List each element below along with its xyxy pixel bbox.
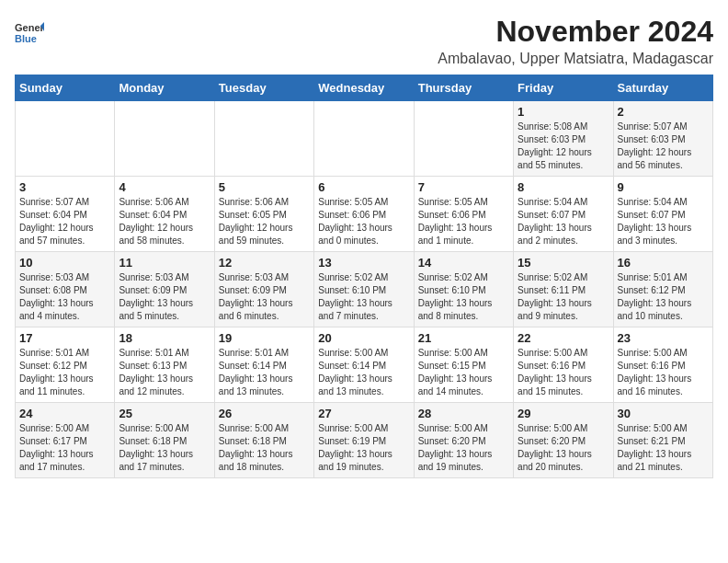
- day-info: Sunrise: 5:00 AM Sunset: 6:15 PM Dayligh…: [418, 347, 509, 398]
- calendar-cell: 25Sunrise: 5:00 AM Sunset: 6:18 PM Dayli…: [115, 403, 214, 478]
- day-info: Sunrise: 5:01 AM Sunset: 6:13 PM Dayligh…: [119, 347, 210, 398]
- calendar-cell: 6Sunrise: 5:05 AM Sunset: 6:06 PM Daylig…: [314, 177, 414, 252]
- calendar-cell: 14Sunrise: 5:02 AM Sunset: 6:10 PM Dayli…: [414, 252, 513, 327]
- day-info: Sunrise: 5:00 AM Sunset: 6:21 PM Dayligh…: [618, 422, 709, 474]
- day-info: Sunrise: 5:03 AM Sunset: 6:09 PM Dayligh…: [119, 271, 210, 323]
- day-number: 12: [219, 256, 310, 270]
- calendar-cell: [314, 101, 414, 177]
- weekday-header-wednesday: Wednesday: [314, 75, 414, 101]
- calendar-week-row: 10Sunrise: 5:03 AM Sunset: 6:08 PM Dayli…: [16, 252, 713, 327]
- day-number: 5: [219, 180, 310, 194]
- calendar-week-row: 17Sunrise: 5:01 AM Sunset: 6:12 PM Dayli…: [16, 327, 713, 403]
- calendar-cell: [16, 101, 115, 177]
- day-info: Sunrise: 5:06 AM Sunset: 6:04 PM Dayligh…: [119, 196, 210, 247]
- day-number: 8: [518, 180, 609, 194]
- calendar-cell: 15Sunrise: 5:02 AM Sunset: 6:11 PM Dayli…: [514, 252, 613, 327]
- calendar-cell: 7Sunrise: 5:05 AM Sunset: 6:06 PM Daylig…: [414, 177, 513, 252]
- day-number: 25: [119, 407, 210, 420]
- calendar-week-row: 3Sunrise: 5:07 AM Sunset: 6:04 PM Daylig…: [16, 177, 713, 252]
- weekday-header-monday: Monday: [115, 75, 214, 101]
- day-number: 15: [518, 256, 609, 270]
- calendar-cell: 10Sunrise: 5:03 AM Sunset: 6:08 PM Dayli…: [16, 252, 115, 327]
- day-number: 24: [19, 407, 110, 420]
- svg-text:General: General: [15, 22, 44, 33]
- calendar-week-row: 1Sunrise: 5:08 AM Sunset: 6:03 PM Daylig…: [16, 101, 713, 177]
- day-info: Sunrise: 5:05 AM Sunset: 6:06 PM Dayligh…: [418, 196, 509, 247]
- calendar-cell: 28Sunrise: 5:00 AM Sunset: 6:20 PM Dayli…: [414, 403, 513, 478]
- day-info: Sunrise: 5:06 AM Sunset: 6:05 PM Dayligh…: [219, 196, 310, 247]
- day-number: 19: [219, 331, 310, 345]
- day-info: Sunrise: 5:00 AM Sunset: 6:16 PM Dayligh…: [518, 347, 609, 398]
- day-number: 23: [618, 331, 709, 345]
- day-info: Sunrise: 5:01 AM Sunset: 6:12 PM Dayligh…: [19, 347, 110, 398]
- day-info: Sunrise: 5:00 AM Sunset: 6:14 PM Dayligh…: [318, 347, 409, 398]
- calendar-week-row: 24Sunrise: 5:00 AM Sunset: 6:17 PM Dayli…: [16, 403, 713, 478]
- calendar-cell: 26Sunrise: 5:00 AM Sunset: 6:18 PM Dayli…: [214, 403, 313, 478]
- day-info: Sunrise: 5:07 AM Sunset: 6:04 PM Dayligh…: [19, 196, 110, 247]
- calendar-cell: 2Sunrise: 5:07 AM Sunset: 6:03 PM Daylig…: [613, 101, 712, 177]
- day-number: 3: [19, 180, 110, 194]
- day-info: Sunrise: 5:01 AM Sunset: 6:14 PM Dayligh…: [219, 347, 310, 398]
- weekday-header-row: SundayMondayTuesdayWednesdayThursdayFrid…: [16, 75, 713, 101]
- calendar-cell: 1Sunrise: 5:08 AM Sunset: 6:03 PM Daylig…: [514, 101, 613, 177]
- day-number: 11: [119, 256, 210, 270]
- location-title: Ambalavao, Upper Matsiatra, Madagascar: [438, 51, 713, 67]
- day-info: Sunrise: 5:03 AM Sunset: 6:08 PM Dayligh…: [19, 271, 110, 323]
- day-number: 10: [19, 256, 110, 270]
- day-info: Sunrise: 5:02 AM Sunset: 6:11 PM Dayligh…: [518, 271, 609, 323]
- calendar-cell: 19Sunrise: 5:01 AM Sunset: 6:14 PM Dayli…: [214, 327, 313, 403]
- calendar-cell: 17Sunrise: 5:01 AM Sunset: 6:12 PM Dayli…: [16, 327, 115, 403]
- header: General Blue November 2024 Ambalavao, Up…: [15, 15, 713, 67]
- day-number: 27: [318, 407, 409, 420]
- day-info: Sunrise: 5:04 AM Sunset: 6:07 PM Dayligh…: [518, 196, 609, 247]
- day-info: Sunrise: 5:00 AM Sunset: 6:18 PM Dayligh…: [119, 422, 210, 474]
- calendar-cell: [414, 101, 513, 177]
- calendar-header: SundayMondayTuesdayWednesdayThursdayFrid…: [16, 75, 713, 101]
- day-number: 6: [318, 180, 409, 194]
- calendar-cell: 3Sunrise: 5:07 AM Sunset: 6:04 PM Daylig…: [16, 177, 115, 252]
- calendar-cell: 24Sunrise: 5:00 AM Sunset: 6:17 PM Dayli…: [16, 403, 115, 478]
- calendar-cell: 27Sunrise: 5:00 AM Sunset: 6:19 PM Dayli…: [314, 403, 414, 478]
- day-number: 28: [418, 407, 509, 420]
- day-number: 9: [618, 180, 709, 194]
- day-number: 13: [318, 256, 409, 270]
- day-number: 18: [119, 331, 210, 345]
- svg-text:Blue: Blue: [15, 33, 37, 44]
- calendar-cell: [115, 101, 214, 177]
- calendar-cell: 18Sunrise: 5:01 AM Sunset: 6:13 PM Dayli…: [115, 327, 214, 403]
- day-info: Sunrise: 5:00 AM Sunset: 6:17 PM Dayligh…: [19, 422, 110, 474]
- day-number: 22: [518, 331, 609, 345]
- logo: General Blue: [15, 18, 48, 48]
- day-number: 1: [518, 105, 609, 119]
- calendar-cell: 11Sunrise: 5:03 AM Sunset: 6:09 PM Dayli…: [115, 252, 214, 327]
- title-area: November 2024 Ambalavao, Upper Matsiatra…: [438, 15, 713, 67]
- day-info: Sunrise: 5:00 AM Sunset: 6:16 PM Dayligh…: [618, 347, 709, 398]
- calendar-cell: 29Sunrise: 5:00 AM Sunset: 6:20 PM Dayli…: [514, 403, 613, 478]
- day-info: Sunrise: 5:00 AM Sunset: 6:18 PM Dayligh…: [219, 422, 310, 474]
- weekday-header-thursday: Thursday: [414, 75, 513, 101]
- day-info: Sunrise: 5:04 AM Sunset: 6:07 PM Dayligh…: [618, 196, 709, 247]
- weekday-header-friday: Friday: [514, 75, 613, 101]
- day-info: Sunrise: 5:00 AM Sunset: 6:20 PM Dayligh…: [418, 422, 509, 474]
- day-info: Sunrise: 5:08 AM Sunset: 6:03 PM Dayligh…: [518, 121, 609, 172]
- calendar-cell: [214, 101, 313, 177]
- day-number: 4: [119, 180, 210, 194]
- calendar-cell: 21Sunrise: 5:00 AM Sunset: 6:15 PM Dayli…: [414, 327, 513, 403]
- calendar-cell: 22Sunrise: 5:00 AM Sunset: 6:16 PM Dayli…: [514, 327, 613, 403]
- month-title: November 2024: [438, 15, 713, 49]
- day-number: 7: [418, 180, 509, 194]
- day-info: Sunrise: 5:02 AM Sunset: 6:10 PM Dayligh…: [318, 271, 409, 323]
- logo-icon: General Blue: [15, 18, 44, 48]
- day-number: 26: [219, 407, 310, 420]
- day-number: 17: [19, 331, 110, 345]
- calendar-cell: 13Sunrise: 5:02 AM Sunset: 6:10 PM Dayli…: [314, 252, 414, 327]
- calendar-cell: 20Sunrise: 5:00 AM Sunset: 6:14 PM Dayli…: [314, 327, 414, 403]
- day-number: 29: [518, 407, 609, 420]
- calendar-cell: 9Sunrise: 5:04 AM Sunset: 6:07 PM Daylig…: [613, 177, 712, 252]
- calendar-cell: 23Sunrise: 5:00 AM Sunset: 6:16 PM Dayli…: [613, 327, 712, 403]
- calendar-cell: 30Sunrise: 5:00 AM Sunset: 6:21 PM Dayli…: [613, 403, 712, 478]
- calendar-cell: 16Sunrise: 5:01 AM Sunset: 6:12 PM Dayli…: [613, 252, 712, 327]
- calendar-cell: 12Sunrise: 5:03 AM Sunset: 6:09 PM Dayli…: [214, 252, 313, 327]
- calendar-cell: 5Sunrise: 5:06 AM Sunset: 6:05 PM Daylig…: [214, 177, 313, 252]
- day-info: Sunrise: 5:00 AM Sunset: 6:20 PM Dayligh…: [518, 422, 609, 474]
